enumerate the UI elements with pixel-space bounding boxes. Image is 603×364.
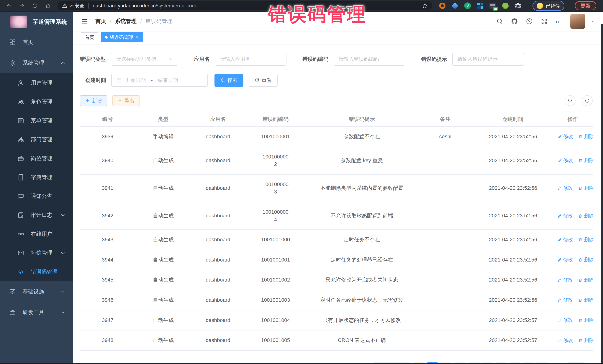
table-tools — [565, 95, 593, 106]
font-size-icon[interactable]: tT — [556, 18, 563, 25]
user-avatar[interactable] — [570, 14, 585, 29]
cell-operations: 修改 删除 — [553, 290, 598, 310]
delete-link[interactable]: 删除 — [578, 236, 594, 243]
cell-memo: ceshi — [417, 127, 473, 147]
cell-code: 1001001002 — [245, 270, 306, 290]
edit-link[interactable]: 修改 — [557, 157, 573, 164]
sidebar-item-短信管理[interactable]: 短信管理 — [0, 243, 73, 263]
page-scrollbar[interactable] — [601, 24, 603, 363]
browser-profile-chip[interactable]: 已暂停 — [533, 1, 564, 11]
sidebar-logo[interactable]: 芋道管理系统 — [0, 12, 73, 32]
extension-gem-icon[interactable] — [451, 2, 459, 10]
sidebar-item-菜单管理[interactable]: 菜单管理 — [0, 111, 73, 130]
header-search-icon[interactable] — [496, 18, 503, 25]
breadcrumb-system[interactable]: 系统管理 — [115, 18, 137, 25]
delete-link[interactable]: 删除 — [578, 185, 594, 192]
header-app: 应用名 — [191, 112, 245, 126]
extension-cubes-icon[interactable] — [476, 2, 484, 10]
table-row: 3939 手动编辑 dashboard 1001000001 参数配置不存在 c… — [80, 127, 593, 147]
browser-home-icon[interactable] — [43, 0, 53, 11]
delete-link[interactable]: 删除 — [578, 212, 594, 220]
delete-link[interactable]: 删除 — [578, 157, 594, 164]
fullscreen-icon[interactable] — [541, 18, 548, 25]
app-name-input[interactable] — [215, 53, 287, 66]
filter-error-msg: 错误码提示 — [421, 53, 524, 66]
address-bar[interactable]: 不安全 dashboard.yudao.iocoder.cn/system/er… — [58, 1, 432, 10]
cell-app: dashboard — [191, 270, 245, 290]
filter-app-name: 应用名 — [194, 53, 287, 66]
gear-icon — [9, 60, 16, 66]
tag-home[interactable]: 首页 — [81, 32, 98, 42]
sidebar-item-研发工具[interactable]: 研发工具 — [0, 302, 73, 323]
help-icon[interactable] — [526, 18, 533, 25]
browser-forward-icon[interactable] — [17, 0, 27, 11]
export-button[interactable]: 导出 — [112, 95, 140, 106]
sidebar-item-系统管理[interactable]: 系统管理 — [0, 53, 73, 73]
browser-update-button[interactable]: 更新 — [575, 1, 596, 10]
main-area: 首页 / 系统管理 / 错误码管理 tT 首页 错误码管理 — [73, 12, 603, 364]
security-label[interactable]: 不安全 — [70, 3, 84, 9]
edit-link[interactable]: 修改 — [557, 337, 573, 344]
extension-orange-icon[interactable] — [439, 2, 446, 10]
sidebar-item-角色管理[interactable]: 角色管理 — [0, 92, 73, 111]
edit-link[interactable]: 修改 — [557, 185, 573, 192]
sidebar-toggle-icon[interactable] — [81, 18, 88, 25]
browser-back-icon[interactable] — [4, 0, 14, 11]
tag-close-icon[interactable] — [135, 35, 139, 39]
sidebar-item-label: 基础设施 — [23, 288, 53, 295]
browser-reload-icon[interactable] — [30, 0, 40, 11]
error-type-select[interactable]: 请选择错误码类型 — [111, 53, 178, 66]
extensions-puzzle-icon[interactable] — [514, 2, 522, 10]
sidebar-item-首页[interactable]: 首页 — [0, 32, 73, 53]
search-button[interactable]: 搜索 — [214, 74, 244, 87]
edit-link[interactable]: 修改 — [557, 297, 573, 304]
page-content: 错误码类型 请选择错误码类型 应用名 错误码编码 错误码提示 — [73, 44, 603, 364]
edit-link[interactable]: 修改 — [557, 317, 573, 324]
extension-switch-icon[interactable]: on — [489, 2, 497, 10]
sidebar-item-字典管理[interactable]: 字典管理 — [0, 168, 73, 187]
sidebar-item-在线用户[interactable]: 在线用户 — [0, 225, 73, 243]
breadcrumb-separator: / — [110, 18, 111, 24]
cell-memo — [417, 182, 473, 194]
edit-link[interactable]: 修改 — [557, 256, 573, 263]
delete-link[interactable]: 删除 — [578, 337, 594, 344]
extension-bug-icon[interactable] — [502, 2, 509, 10]
sidebar-item-错误码管理[interactable]: 错误码管理 — [0, 263, 73, 281]
add-button[interactable]: 新增 — [80, 95, 107, 106]
cell-id: 3948 — [80, 331, 135, 350]
extension-vue-icon[interactable]: V — [464, 2, 471, 10]
bookmark-star-icon[interactable] — [422, 3, 428, 9]
toggle-search-button[interactable] — [565, 95, 576, 106]
url-text: dashboard.yudao.iocoder.cn/system/error-… — [93, 3, 197, 9]
github-icon[interactable] — [511, 18, 518, 25]
delete-link[interactable]: 删除 — [578, 276, 594, 284]
security-warning-icon[interactable] — [62, 3, 68, 9]
cell-type: 自动生成 — [135, 151, 191, 170]
edit-link[interactable]: 修改 — [557, 212, 573, 220]
error-code-input[interactable] — [334, 53, 405, 66]
sidebar-item-岗位管理[interactable]: 岗位管理 — [0, 149, 73, 168]
sidebar-item-部门管理[interactable]: 部门管理 — [0, 130, 73, 149]
reset-button[interactable]: 重置 — [249, 74, 278, 87]
edit-link[interactable]: 修改 — [557, 133, 573, 140]
edit-link[interactable]: 修改 — [557, 276, 573, 284]
delete-link[interactable]: 删除 — [578, 133, 594, 140]
delete-link[interactable]: 删除 — [578, 297, 594, 304]
sidebar-item-用户管理[interactable]: 用户管理 — [0, 73, 73, 92]
sidebar-item-审计日志[interactable]: 审计日志 — [0, 206, 73, 225]
refresh-table-button[interactable] — [582, 95, 593, 106]
avatar-caret-icon[interactable] — [590, 19, 595, 24]
sidebar-item-通知公告[interactable]: 通知公告 — [0, 187, 73, 206]
cell-message: 参数配置不存在 — [306, 127, 417, 147]
tag-error-code[interactable]: 错误码管理 — [101, 32, 143, 42]
sidebar-item-基础设施[interactable]: 基础设施 — [0, 281, 73, 302]
breadcrumb-home[interactable]: 首页 — [95, 18, 106, 25]
delete-link[interactable]: 删除 — [578, 317, 594, 324]
delete-link[interactable]: 删除 — [578, 256, 594, 263]
date-range-picker[interactable]: 开始日期 - 结束日期 — [111, 74, 208, 87]
edit-link[interactable]: 修改 — [557, 236, 573, 243]
date-start-placeholder[interactable]: 开始日期 — [126, 77, 146, 84]
error-msg-input[interactable] — [452, 53, 524, 66]
date-end-placeholder[interactable]: 结束日期 — [158, 77, 178, 84]
post-briefcase-icon — [17, 155, 24, 162]
